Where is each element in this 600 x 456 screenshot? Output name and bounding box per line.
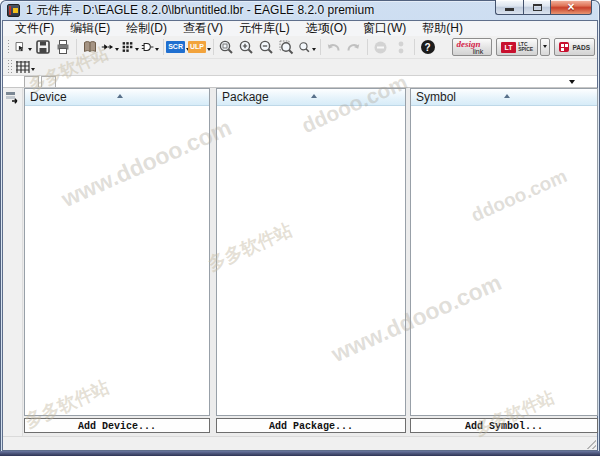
menu-edit[interactable]: 编辑(E) bbox=[62, 21, 118, 36]
package-button[interactable] bbox=[120, 37, 140, 57]
toolbar-grip[interactable] bbox=[7, 59, 12, 75]
redo-button[interactable] bbox=[344, 37, 364, 57]
device-button[interactable] bbox=[100, 37, 120, 57]
package-icon bbox=[121, 39, 134, 55]
add-symbol-button[interactable]: Add Symbol... bbox=[410, 418, 598, 433]
add-device-button[interactable]: Add Device... bbox=[24, 418, 210, 433]
ulp-icon: ULP bbox=[188, 41, 206, 53]
load-device-button[interactable] bbox=[4, 89, 22, 105]
help-button[interactable]: ? bbox=[418, 37, 438, 57]
window-title: 1 元件库 - D:\EAGLE 8.2.0\lbr\untitled.lbr … bbox=[26, 2, 374, 19]
menu-options[interactable]: 选项(O) bbox=[298, 21, 355, 36]
minimize-button[interactable] bbox=[495, 0, 523, 15]
save-button[interactable] bbox=[33, 37, 53, 57]
main-toolbar: SCR ULP bbox=[3, 36, 597, 59]
symbol-panel: Symbol Add Symbol... bbox=[410, 88, 598, 433]
tabstrip-dropdown-caret[interactable] bbox=[569, 80, 575, 87]
tab-strip bbox=[3, 75, 597, 88]
ltspice-label-line2: SPICE bbox=[518, 47, 533, 52]
undo-icon bbox=[325, 40, 342, 55]
zoom-select-button[interactable] bbox=[277, 37, 297, 57]
go-button[interactable] bbox=[391, 37, 411, 57]
package-dropdown-caret[interactable] bbox=[135, 48, 139, 53]
symbol-dropdown-caret[interactable] bbox=[155, 48, 159, 53]
grid-button[interactable] bbox=[14, 57, 36, 77]
eagle-library-window: 多多软件站 www.ddooo.com ddooo.com 多多软件站 www.… bbox=[0, 0, 600, 456]
toolbar-separator bbox=[213, 39, 214, 55]
add-package-button[interactable]: Add Package... bbox=[216, 418, 406, 433]
device-dropdown-caret[interactable] bbox=[115, 48, 119, 53]
zoom-out-icon bbox=[258, 39, 275, 56]
ltspice-button[interactable]: LT LTC SPICE bbox=[496, 38, 538, 56]
design-link-button[interactable]: design link bbox=[452, 38, 493, 56]
menu-file[interactable]: 文件(F) bbox=[7, 21, 62, 36]
symbol-list bbox=[411, 106, 597, 415]
pads-button[interactable]: PADS bbox=[554, 38, 595, 56]
resize-grip[interactable] bbox=[586, 439, 596, 449]
zoom-fit-icon bbox=[218, 39, 235, 56]
menu-library[interactable]: 元件库(L) bbox=[231, 21, 298, 36]
close-button[interactable]: × bbox=[550, 0, 592, 15]
design-link-label2: link bbox=[473, 48, 484, 55]
open-dropdown-caret[interactable] bbox=[28, 48, 32, 53]
device-icon bbox=[101, 39, 114, 55]
design-link-label: design bbox=[457, 40, 481, 48]
zoom-dropdown-caret[interactable] bbox=[312, 48, 316, 53]
package-column-header[interactable]: Package bbox=[217, 89, 405, 106]
redo-icon bbox=[345, 40, 362, 55]
library-book-button[interactable] bbox=[80, 37, 100, 57]
zoom-out-button[interactable] bbox=[257, 37, 277, 57]
menu-help[interactable]: 帮助(H) bbox=[414, 21, 471, 36]
open-icon bbox=[14, 39, 27, 55]
editor-tab[interactable] bbox=[41, 76, 56, 87]
close-icon: × bbox=[567, 1, 574, 14]
grid-dropdown-caret[interactable] bbox=[31, 68, 35, 73]
ulp-dropdown-caret[interactable] bbox=[207, 48, 211, 53]
zoom-select-icon bbox=[278, 39, 295, 56]
eagle-library-icon[interactable] bbox=[7, 4, 20, 17]
print-icon bbox=[55, 39, 71, 55]
menu-draw[interactable]: 绘制(D) bbox=[118, 21, 175, 36]
stop-button[interactable] bbox=[371, 37, 391, 57]
open-button[interactable] bbox=[13, 37, 33, 57]
zoom-in-button[interactable] bbox=[237, 37, 257, 57]
toolbar-separator bbox=[163, 39, 164, 55]
parameter-toolbar bbox=[3, 59, 597, 75]
minimize-icon bbox=[505, 8, 514, 11]
device-list bbox=[25, 106, 209, 415]
script-button[interactable]: SCR bbox=[167, 37, 189, 57]
toolbar-grip[interactable] bbox=[7, 39, 11, 55]
maximize-button[interactable] bbox=[523, 0, 550, 15]
menu-view[interactable]: 查看(V) bbox=[175, 21, 231, 36]
maximize-icon bbox=[533, 4, 542, 11]
scr-icon: SCR bbox=[166, 41, 185, 53]
save-icon bbox=[35, 39, 51, 55]
pads-icon bbox=[559, 42, 569, 52]
symbol-header-label: Symbol bbox=[416, 90, 456, 104]
device-panel: Device Add Device... bbox=[24, 88, 210, 433]
symbol-button[interactable] bbox=[140, 37, 160, 57]
status-bar bbox=[3, 436, 597, 450]
left-tool-rail bbox=[3, 88, 23, 436]
print-button[interactable] bbox=[53, 37, 73, 57]
toolbar-separator bbox=[320, 39, 321, 55]
symbol-column-header[interactable]: Symbol bbox=[411, 89, 597, 106]
toolbar-separator bbox=[367, 39, 368, 55]
device-column-header[interactable]: Device bbox=[25, 89, 209, 106]
zoom-fit-button[interactable] bbox=[217, 37, 237, 57]
symbol-icon bbox=[141, 39, 154, 55]
package-panel: Package Add Package... bbox=[216, 88, 406, 433]
table-arrow-icon bbox=[5, 91, 20, 104]
ulp-button[interactable]: ULP bbox=[189, 37, 210, 57]
book-icon bbox=[82, 39, 98, 55]
undo-button[interactable] bbox=[324, 37, 344, 57]
ltspice-logo-icon: LT bbox=[501, 42, 516, 53]
menu-window[interactable]: 窗口(W) bbox=[355, 21, 414, 36]
editor-tab[interactable] bbox=[24, 76, 39, 87]
zoom-redraw-button[interactable] bbox=[297, 37, 317, 57]
sort-ascending-icon bbox=[311, 91, 317, 98]
ltspice-dropdown-button[interactable] bbox=[540, 38, 550, 56]
package-header-label: Package bbox=[222, 90, 269, 104]
zoom-redraw-icon bbox=[298, 39, 311, 56]
go-icon bbox=[397, 40, 405, 55]
